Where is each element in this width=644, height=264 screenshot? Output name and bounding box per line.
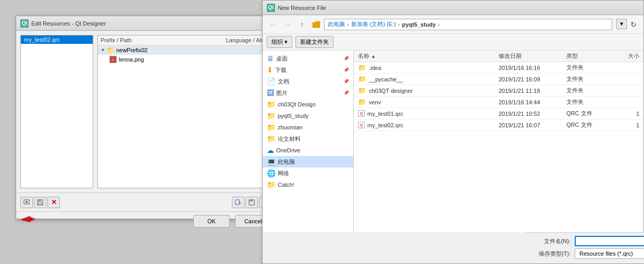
qrc-icon: Q [358, 110, 365, 117]
table-row[interactable]: 📁 venv 2019/1/16 14:44 文件夹 [354, 97, 643, 108]
file-icon-small: ▪ [109, 56, 117, 63]
red-file-icon [20, 214, 36, 228]
sidebar-item-ch03qt[interactable]: 📁 ch03Qt Design [263, 99, 353, 110]
col-header-date[interactable]: 修改日期 [499, 52, 566, 60]
sidebar-item-images[interactable]: 🖼 图片 📌 [263, 87, 353, 99]
prefix-tree-child[interactable]: ▪ lenna.png [98, 55, 271, 64]
docs-icon: 📄 [267, 77, 276, 86]
sidebar-item-desktop[interactable]: 🖥 桌面 📌 [263, 53, 353, 64]
table-row[interactable]: Q my_test01.qrc 2019/1/21 10:52 QRC 文件 1 [354, 108, 643, 119]
filetype-select[interactable]: Resource files (*.qrc) [575, 248, 644, 259]
file-type: 文件夹 [566, 87, 608, 94]
new-resource-title: New Resource File [278, 5, 326, 11]
table-row[interactable]: Q my_test02.qrc 2019/1/21 16:07 QRC 文件 1 [354, 119, 643, 131]
nav-folder-icon [311, 19, 322, 30]
table-row[interactable]: 📁 __pycache__ 2019/1/21 16:09 文件夹 [354, 74, 643, 85]
new-resource-titlebar: Qt New Resource File [263, 1, 643, 15]
bottom-bar: 文件名(N): 保存类型(T): Resource files (*.qrc) [525, 232, 644, 263]
filename-label: 文件名(N): [529, 237, 571, 245]
file-view: 名称 ▲ 修改日期 类型 大小 📁 .idea 2019 [354, 51, 643, 232]
edit-resources-title: Edit Resources - Qt Designer [31, 20, 106, 27]
sidebar-item-computer[interactable]: 💻 此电脑 [263, 156, 353, 167]
svg-point-13 [33, 218, 35, 220]
nav-up-button[interactable]: ↑ [296, 19, 308, 30]
images-icon: 🖼 [267, 89, 274, 97]
nav-bar: ← → ↑ 此电脑 › 新加卷 (文档) (E:) › pyqt5_study … [263, 15, 643, 34]
table-row[interactable]: 📁 ch03QT designer 2019/1/21 11:18 文件夹 [354, 85, 643, 97]
file-type: 文件夹 [566, 64, 608, 71]
sidebar-label-catch: Catch! [278, 182, 294, 188]
nav-forward-button[interactable]: → [281, 19, 294, 30]
file-date: 2019/1/21 16:07 [499, 122, 566, 128]
main-content: 🖥 桌面 📌 ⬇ 下载 📌 📄 文档 📌 🖼 图片 📌 📁 ch [263, 51, 643, 232]
filename-input[interactable] [575, 236, 644, 246]
save-file-button[interactable] [245, 197, 258, 208]
onedrive-icon: ☁ [267, 146, 274, 154]
file-list-panel: my_test02.qrc [20, 35, 93, 188]
file-date: 2019/1/21 11:18 [499, 88, 566, 94]
dialog-footer: OK Cancel [16, 211, 276, 231]
sidebar-label-ch03qt: ch03Qt Design [278, 101, 316, 107]
catch-icon: 📁 [267, 181, 276, 189]
file-list-item[interactable]: my_test02.qrc [21, 35, 93, 44]
ok-button[interactable]: OK [193, 215, 230, 227]
download-icon: ⬇ [267, 66, 273, 74]
folder-icon: 📁 [358, 87, 366, 94]
file-type: 文件夹 [566, 98, 608, 106]
desktop-icon: 🖥 [267, 54, 274, 63]
pin-icon-download: 📌 [343, 67, 349, 73]
new-resource-dialog: Qt New Resource File ← → ↑ 此电脑 › 新加卷 (文档… [262, 0, 644, 264]
new-res-icon: Qt [267, 4, 275, 12]
sidebar-item-network[interactable]: 🌐 网络 [263, 167, 353, 179]
sidebar-item-lunwen[interactable]: 📁 论文材料 [263, 133, 353, 145]
prefix-column-header: Prefix / Path [101, 37, 216, 43]
breadcrumb-current: pyqt5_study [402, 21, 436, 28]
sidebar-item-pyqt5[interactable]: 📁 pyqt5_study [263, 110, 353, 122]
folder-icon: 📁 [358, 75, 366, 83]
sidebar-item-docs[interactable]: 📄 文档 📌 [263, 76, 353, 87]
nav-refresh-button[interactable]: ↻ [628, 19, 639, 30]
file-date: 2019/1/21 16:09 [499, 76, 566, 82]
sidebar-label-images: 图片 [276, 89, 288, 97]
sidebar-label-download: 下载 [275, 66, 287, 74]
pin-icon-images: 📌 [343, 90, 349, 95]
breadcrumb-dropdown-button[interactable]: ▼ [616, 19, 627, 29]
nav-back-button[interactable]: ← [267, 19, 279, 30]
svg-rect-10 [250, 200, 252, 201]
svg-rect-5 [38, 202, 42, 205]
network-icon: 🌐 [267, 169, 276, 177]
file-name: ch03QT designer [369, 88, 413, 94]
save-button[interactable] [34, 197, 46, 208]
col-header-type[interactable]: 类型 [566, 52, 608, 60]
qrc-icon: Q [358, 122, 365, 128]
prefix-folder-item[interactable]: ▼ 📁 newPrefix02 [98, 45, 271, 55]
edit-resources-titlebar: Qt Edit Resources - Qt Designer ✕ [16, 16, 276, 31]
col-header-name[interactable]: 名称 ▲ [358, 52, 499, 60]
table-row[interactable]: 📁 .idea 2019/1/16 16:16 文件夹 [354, 62, 643, 74]
add-file-button[interactable] [232, 197, 244, 208]
left-toolbar-section: ✕ [20, 197, 60, 208]
sidebar-item-onedrive[interactable]: ☁ OneDrive [263, 145, 353, 156]
dialog-buttons: OK Cancel [193, 215, 271, 227]
file-name: venv [369, 99, 381, 105]
file-date: 2019/1/21 10:52 [499, 111, 566, 117]
col-header-size[interactable]: 大小 [608, 52, 639, 60]
add-prefix-button[interactable] [20, 197, 33, 208]
sort-arrow-icon: ▲ [371, 54, 376, 59]
lunwen-icon: 📁 [267, 135, 276, 143]
file-type: QRC 文件 [566, 110, 608, 117]
remove-button[interactable]: ✕ [47, 197, 60, 208]
breadcrumb-drive[interactable]: 新加卷 (文档) (E:) [351, 20, 396, 28]
sidebar-item-download[interactable]: ⬇ 下载 📌 [263, 64, 353, 76]
sidebar-item-zhuomian[interactable]: 📁 zhuomian [263, 122, 353, 133]
sidebar-tree: 🖥 桌面 📌 ⬇ 下载 📌 📄 文档 📌 🖼 图片 📌 📁 ch [263, 51, 354, 232]
sidebar-label-pyqt5: pyqt5_study [278, 113, 308, 119]
filename-row: 文件名(N): [529, 236, 644, 246]
sidebar-item-catch[interactable]: 📁 Catch! [263, 179, 353, 190]
file-type: QRC 文件 [566, 121, 608, 129]
edit-resources-body: my_test02.qrc Prefix / Path Language / A… [16, 31, 276, 193]
sidebar-label-network: 网络 [278, 170, 289, 177]
new-folder-button[interactable]: 新建文件夹 [295, 36, 333, 48]
organize-button[interactable]: 组织 ▾ [267, 36, 292, 48]
breadcrumb-computer[interactable]: 此电脑 [328, 20, 345, 28]
